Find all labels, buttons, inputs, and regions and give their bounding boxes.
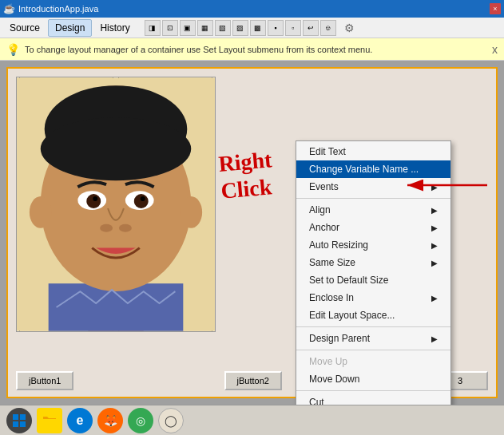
toolbar-btn-11[interactable]: ⎊ (320, 20, 336, 36)
svg-point-11 (93, 196, 97, 201)
ctx-design-parent-label: Design Parent (309, 333, 370, 344)
ctx-anchor[interactable]: Anchor ▶ (296, 219, 450, 236)
taskbar-icons: e 🦊 ◎ ◯ (6, 408, 184, 433)
toolbar-btn-2[interactable]: ⊡ (162, 20, 178, 36)
ctx-enclose-in[interactable]: Enclose In ▶ (296, 289, 450, 306)
info-text: To change layout manager of a container … (25, 45, 372, 54)
ctx-design-parent[interactable]: Design Parent ▶ (296, 330, 450, 347)
ctx-align[interactable]: Align ▶ (296, 201, 450, 219)
java-icon: ☕ (3, 3, 15, 14)
chrome-icon[interactable]: ◎ (128, 408, 153, 433)
photo-area (16, 77, 216, 332)
toolbar-btn-10[interactable]: ↩ (303, 20, 319, 36)
svg-point-14 (119, 224, 132, 232)
ctx-move-up-label: Move Up (309, 356, 347, 367)
arrow-annotation (399, 169, 495, 201)
menu-design[interactable]: Design (48, 19, 92, 37)
close-button[interactable]: × (490, 3, 501, 14)
app-icon[interactable]: ◯ (158, 408, 184, 433)
edge-icon[interactable]: e (67, 408, 93, 433)
ctx-align-label: Align (309, 204, 331, 216)
ctx-enclose-in-arrow: ▶ (431, 294, 438, 303)
toolbar-btn-5[interactable]: ▧ (215, 20, 231, 36)
ctx-same-size-arrow: ▶ (431, 259, 438, 267)
svg-point-16 (180, 196, 202, 228)
ctx-set-default-size[interactable]: Set to Default Size (296, 271, 450, 289)
svg-point-6 (41, 117, 191, 180)
ctx-move-down[interactable]: Move Down (296, 370, 450, 388)
ctx-same-size-label: Same Size (309, 257, 355, 268)
toolbar-btn-8[interactable]: ▪ (268, 20, 284, 36)
toolbar-btn-3[interactable]: ▣ (180, 20, 196, 36)
title-bar: ☕ IntroductionApp.java × (0, 0, 504, 18)
info-icon: 💡 (6, 43, 20, 56)
toolbar-btn-9[interactable]: ▫ (285, 20, 301, 36)
menu-source[interactable]: Source (3, 20, 46, 36)
firefox-icon[interactable]: 🦊 (97, 408, 123, 433)
ctx-edit-text[interactable]: Edit Text (296, 143, 450, 160)
jbutton2[interactable]: jButton2 (224, 371, 282, 390)
file-explorer-icon[interactable] (37, 408, 62, 433)
svg-point-13 (100, 224, 113, 232)
annotation-text: Right Click (217, 146, 276, 204)
ctx-auto-resizing-label: Auto Resizing (309, 239, 368, 251)
ctx-align-arrow: ▶ (431, 206, 438, 215)
toolbar-btn-6[interactable]: ▨ (232, 20, 248, 36)
toolbar-btn-4[interactable]: ▦ (197, 20, 213, 36)
design-area: Right Click Edit Text Change Variable Na… (0, 61, 504, 405)
ctx-anchor-label: Anchor (309, 222, 339, 233)
status-bar: e 🦊 ◎ ◯ (0, 405, 504, 435)
ctx-move-down-label: Move Down (309, 374, 359, 385)
svg-point-9 (86, 194, 101, 208)
ctx-cut-label: Cut (309, 397, 324, 405)
ctx-edit-layout-space[interactable]: Edit Layout Space... (296, 306, 450, 324)
title-bar-text: ☕ IntroductionApp.java (3, 3, 490, 14)
svg-rect-21 (13, 421, 18, 427)
svg-rect-22 (20, 421, 26, 427)
ctx-sep-2 (296, 326, 450, 327)
ctx-auto-resizing[interactable]: Auto Resizing ▶ (296, 236, 450, 254)
svg-point-12 (141, 196, 145, 201)
jbutton1[interactable]: jButton1 (16, 371, 73, 390)
title-filename: IntroductionApp.java (18, 4, 98, 14)
ctx-design-parent-arrow: ▶ (431, 334, 438, 343)
windows-icon[interactable] (6, 408, 32, 433)
face-image (17, 77, 215, 331)
ctx-events-label: Events (309, 181, 339, 192)
ctx-set-default-size-label: Set to Default Size (309, 275, 388, 286)
toolbar-btn-7[interactable]: ▩ (250, 20, 266, 36)
svg-point-15 (30, 196, 52, 228)
menu-bar: Source Design History ◨ ⊡ ▣ ▦ ▧ ▨ ▩ ▪ ▫ … (0, 18, 504, 38)
info-close-button[interactable]: x (492, 43, 498, 56)
toolbar: ◨ ⊡ ▣ ▦ ▧ ▨ ▩ ▪ ▫ ↩ ⎊ ⚙ (145, 20, 355, 36)
toolbar-btn-1[interactable]: ◨ (145, 20, 161, 36)
ctx-sep-3 (296, 350, 450, 350)
ctx-auto-resizing-arrow: ▶ (431, 241, 438, 250)
ctx-edit-layout-space-label: Edit Layout Space... (309, 310, 395, 321)
svg-point-10 (134, 194, 149, 208)
ctx-move-up: Move Up (296, 353, 450, 370)
ctx-enclose-in-label: Enclose In (309, 292, 354, 303)
gear-icon: ⚙ (344, 22, 355, 34)
canvas: Right Click Edit Text Change Variable Na… (6, 67, 498, 398)
svg-rect-19 (13, 414, 18, 420)
svg-rect-20 (20, 414, 26, 420)
ctx-sep-4 (296, 390, 450, 391)
ctx-same-size[interactable]: Same Size ▶ (296, 254, 450, 271)
info-bar: 💡 To change layout manager of a containe… (0, 38, 504, 61)
menu-history[interactable]: History (93, 20, 136, 36)
ctx-edit-text-label: Edit Text (309, 146, 346, 157)
ctx-anchor-arrow: ▶ (431, 223, 438, 232)
ctx-cut[interactable]: Cut (296, 393, 450, 405)
